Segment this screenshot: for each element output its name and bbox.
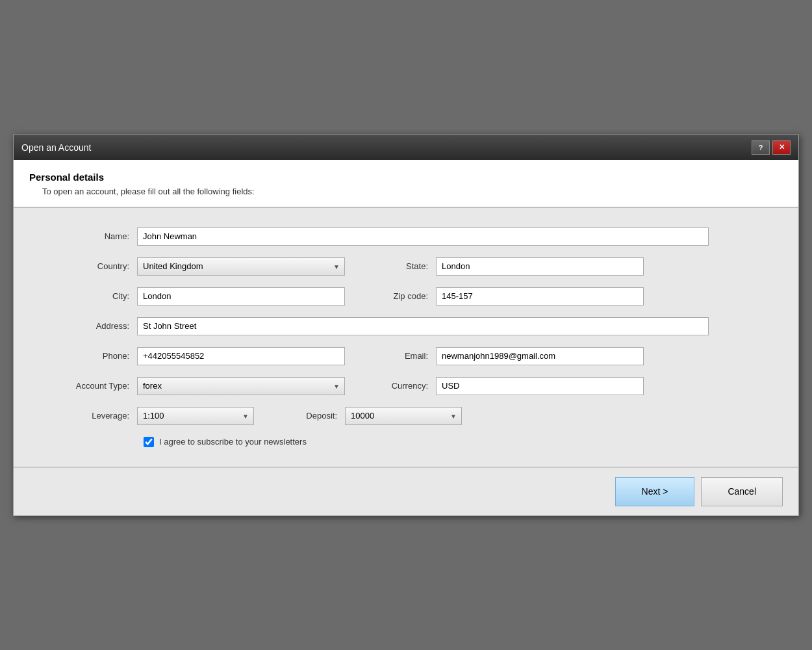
newsletter-checkbox[interactable] [144, 437, 154, 447]
city-zip-row: City: Zip code: [53, 287, 759, 306]
state-group: State: [371, 257, 644, 276]
cancel-button[interactable]: Cancel [701, 477, 783, 506]
name-label: Name: [53, 231, 137, 241]
address-label: Address: [53, 321, 137, 331]
address-input[interactable] [137, 317, 709, 335]
email-label: Email: [371, 351, 436, 361]
title-bar: Open an Account ? ✕ [14, 135, 798, 160]
country-label: Country: [53, 261, 137, 271]
newsletter-checkbox-label: I agree to subscribe to your newsletters [159, 437, 307, 447]
currency-input[interactable] [436, 377, 644, 395]
name-row: Name: [53, 228, 759, 246]
title-bar-buttons: ? ✕ [752, 140, 791, 155]
currency-label: Currency: [371, 381, 436, 391]
state-input[interactable] [436, 257, 644, 276]
dialog-window: Open an Account ? ✕ Personal details To … [13, 135, 799, 516]
leverage-select-wrapper: 1:1 1:10 1:50 1:100 1:200 1:500 [137, 407, 254, 425]
form-section: Name: Country: United Kingdom United Sta… [14, 208, 798, 467]
deposit-select[interactable]: 1000 5000 10000 25000 50000 [345, 407, 462, 425]
currency-group: Currency: [371, 377, 644, 395]
deposit-select-wrapper: 1000 5000 10000 25000 50000 [345, 407, 462, 425]
phone-email-row: Phone: Email: [53, 347, 759, 365]
help-button[interactable]: ? [752, 140, 770, 155]
name-input[interactable] [137, 228, 709, 246]
account-type-select-wrapper: forex stocks crypto futures [137, 377, 345, 395]
personal-details-header: Personal details To open an account, ple… [14, 160, 798, 207]
section-subtitle: To open an account, please fill out all … [42, 187, 783, 196]
country-select[interactable]: United Kingdom United States Germany Fra… [137, 257, 345, 276]
country-select-wrapper: United Kingdom United States Germany Fra… [137, 257, 345, 276]
zip-label: Zip code: [371, 291, 436, 301]
dialog-title: Open an Account [21, 142, 91, 153]
account-type-select[interactable]: forex stocks crypto futures [137, 377, 345, 395]
address-row: Address: [53, 317, 759, 335]
account-currency-row: Account Type: forex stocks crypto future… [53, 377, 759, 395]
close-button[interactable]: ✕ [772, 140, 791, 155]
deposit-label: Deposit: [280, 411, 345, 421]
zip-input[interactable] [436, 287, 644, 306]
leverage-select[interactable]: 1:1 1:10 1:50 1:100 1:200 1:500 [137, 407, 254, 425]
leverage-label: Leverage: [53, 411, 137, 421]
phone-input[interactable] [137, 347, 345, 365]
newsletter-checkbox-row: I agree to subscribe to your newsletters [144, 437, 759, 447]
section-title: Personal details [29, 172, 783, 183]
email-input[interactable] [436, 347, 644, 365]
state-label: State: [371, 261, 436, 271]
city-input[interactable] [137, 287, 345, 306]
email-group: Email: [371, 347, 644, 365]
footer-section: Next > Cancel [14, 467, 798, 515]
city-label: City: [53, 291, 137, 301]
deposit-group: Deposit: 1000 5000 10000 25000 50000 [280, 407, 462, 425]
next-button[interactable]: Next > [615, 477, 695, 506]
dialog-content: Personal details To open an account, ple… [14, 160, 798, 515]
account-type-label: Account Type: [53, 381, 137, 391]
country-state-row: Country: United Kingdom United States Ge… [53, 257, 759, 276]
zip-group: Zip code: [371, 287, 644, 306]
leverage-deposit-row: Leverage: 1:1 1:10 1:50 1:100 1:200 1:50… [53, 407, 759, 425]
phone-label: Phone: [53, 351, 137, 361]
